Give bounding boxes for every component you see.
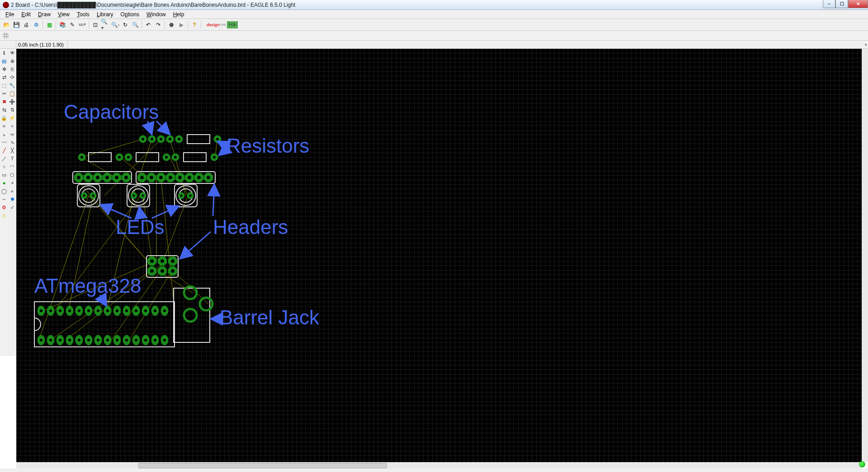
svg-point-48 <box>127 156 130 159</box>
dimension-icon[interactable]: ↔ <box>0 195 8 203</box>
miter-icon[interactable]: ⦣ <box>0 130 8 138</box>
split-icon[interactable]: ⤽ <box>8 130 16 138</box>
mirror-icon[interactable]: ⇄ <box>0 73 8 81</box>
copy-icon[interactable]: ⎘ <box>8 65 16 73</box>
save-icon[interactable]: 💾 <box>12 20 21 29</box>
pcb-quote-logo[interactable]: PCB <box>227 21 238 28</box>
ripup-icon[interactable]: ╳ <box>8 146 16 154</box>
smash-icon[interactable]: ⚡ <box>8 114 16 122</box>
svg-line-184 <box>217 141 226 146</box>
menu-file[interactable]: File <box>2 10 18 19</box>
svg-point-127 <box>49 309 52 312</box>
toolbar-separator <box>89 21 89 29</box>
svg-point-76 <box>159 176 163 179</box>
toolbar-separator <box>42 21 43 29</box>
cut-icon[interactable]: ✂ <box>0 89 8 98</box>
display-icon[interactable]: ▤ <box>0 57 8 65</box>
minimize-button[interactable]: – <box>823 0 835 8</box>
library-use-icon[interactable]: 📚 <box>58 20 67 29</box>
menu-view[interactable]: View <box>54 10 73 19</box>
add-icon[interactable]: ➕ <box>8 98 16 106</box>
auto-icon[interactable]: ⚙ <box>0 203 8 211</box>
zoom-redraw-icon[interactable]: ↻ <box>121 20 130 29</box>
pinswap-icon[interactable]: ⇆ <box>0 106 8 114</box>
cam-icon[interactable]: ⚙ <box>32 20 41 29</box>
label-atmega: ATmega328 <box>34 275 141 297</box>
print-icon[interactable]: 🖨 <box>22 20 31 29</box>
help-icon[interactable]: ? <box>190 20 199 29</box>
svg-point-131 <box>59 309 61 312</box>
svg-point-51 <box>165 156 168 159</box>
zoom-out-icon[interactable]: 🔍- <box>111 20 120 29</box>
lock-icon[interactable]: 🔒 <box>0 114 8 122</box>
erc-icon[interactable]: ✓ <box>8 203 16 211</box>
close-button[interactable]: ✕ <box>848 0 868 8</box>
svg-line-187 <box>139 207 141 216</box>
arc-icon[interactable]: ◠ <box>8 163 16 171</box>
optimize-icon[interactable]: 〰 <box>0 138 8 146</box>
svg-point-72 <box>140 176 144 179</box>
text-icon[interactable]: T <box>8 154 16 163</box>
wire-icon[interactable]: ／ <box>0 154 8 163</box>
svg-point-139 <box>78 309 80 312</box>
redo-icon[interactable]: ↷ <box>154 20 163 29</box>
zoom-fit-icon[interactable]: ⊡ <box>91 20 100 29</box>
delete-icon[interactable]: ✖ <box>0 98 8 106</box>
zoom-select-icon[interactable]: 🔍 <box>131 20 140 29</box>
menu-library[interactable]: Library <box>93 10 117 19</box>
mark-icon[interactable]: ⊕ <box>8 57 16 65</box>
polygon-icon[interactable]: ⬠ <box>8 171 16 179</box>
vertical-scrollbar[interactable] <box>862 49 868 462</box>
horizontal-scrollbar[interactable] <box>16 462 862 468</box>
zoom-in-icon[interactable]: 🔍+ <box>101 20 110 29</box>
go-icon[interactable]: ▶ <box>177 20 186 29</box>
coord-dropdown-icon[interactable]: ▾ <box>865 42 867 47</box>
signal-icon[interactable]: ⚬ <box>8 179 16 187</box>
svg-point-38 <box>178 138 180 140</box>
ratsnest-icon[interactable]: ✱ <box>8 195 16 203</box>
errors-icon[interactable]: ⚠ <box>0 211 8 220</box>
scrollbar-thumb[interactable] <box>138 463 387 468</box>
board-canvas[interactable]: Capacitors Resistors LEDs Headers ATmega… <box>16 49 862 462</box>
board-schem-icon[interactable]: ▦ <box>45 20 54 29</box>
open-icon[interactable]: 📂 <box>2 20 11 29</box>
name-icon[interactable]: N <box>0 122 8 130</box>
hole-icon[interactable]: ◯ <box>0 187 8 195</box>
attribute-icon[interactable]: A <box>8 187 16 195</box>
info-icon[interactable]: ℹ <box>0 49 8 57</box>
rect-icon[interactable]: ▭ <box>0 171 8 179</box>
titlebar: 2 Board - C:\Users\██████████\Documents\… <box>0 0 868 10</box>
svg-point-34 <box>160 138 162 140</box>
via-icon[interactable]: ● <box>0 179 8 187</box>
value-icon[interactable]: V <box>8 122 16 130</box>
svg-point-147 <box>97 309 99 312</box>
group-icon[interactable]: ⬚ <box>0 81 8 89</box>
menu-draw[interactable]: Draw <box>34 10 54 19</box>
change-icon[interactable]: 🔧 <box>8 81 16 89</box>
svg-point-151 <box>106 309 109 312</box>
designlink-logo[interactable]: designlink <box>207 20 226 29</box>
svg-point-169 <box>144 339 147 341</box>
paste-icon[interactable]: 📋 <box>8 89 16 98</box>
menu-tools[interactable]: Tools <box>73 10 93 19</box>
show-icon[interactable]: 👁 <box>8 49 16 57</box>
move-icon[interactable]: ✥ <box>0 65 8 73</box>
svg-point-157 <box>116 339 118 341</box>
replace-icon[interactable]: ⇅ <box>8 106 16 114</box>
svg-point-153 <box>106 339 109 341</box>
menu-help[interactable]: Help <box>170 10 188 19</box>
stop-icon[interactable]: ⬣ <box>167 20 176 29</box>
meander-icon[interactable]: ∿ <box>8 138 16 146</box>
menu-edit[interactable]: Edit <box>18 10 34 19</box>
route-icon[interactable]: ╱ <box>0 146 8 154</box>
undo-icon[interactable]: ↶ <box>144 20 153 29</box>
maximize-button[interactable]: ☐ <box>835 0 848 8</box>
svg-point-88 <box>150 259 154 263</box>
circle-icon[interactable]: ○ <box>0 163 8 171</box>
menu-options[interactable]: Options <box>117 10 143 19</box>
rotate-icon[interactable]: ⟳ <box>8 73 16 81</box>
ulp-icon[interactable]: ULP <box>78 20 87 29</box>
script-icon[interactable]: ✎ <box>68 20 77 29</box>
menu-window[interactable]: Window <box>143 10 170 19</box>
grid-toggle-icon[interactable] <box>2 32 10 40</box>
